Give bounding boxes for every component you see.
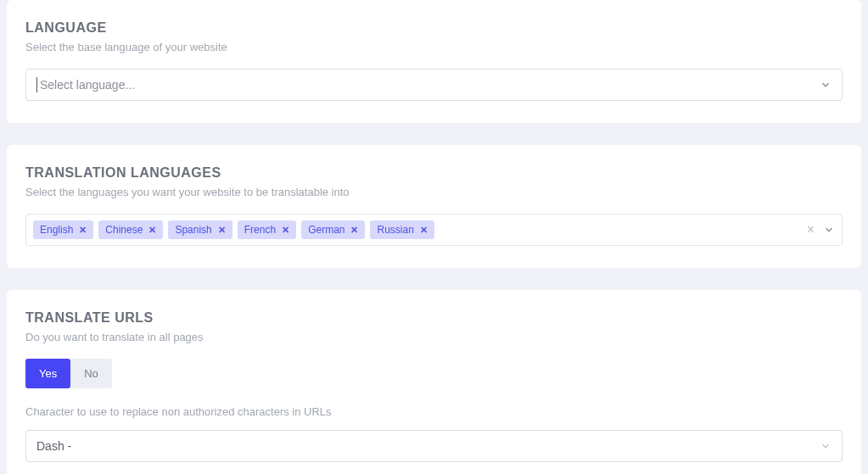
language-tag: Chinese✕: [98, 220, 163, 239]
yes-button[interactable]: Yes: [25, 359, 70, 388]
language-select-placeholder: Select language...: [36, 78, 820, 92]
char-label: Character to use to replace non authoriz…: [25, 405, 843, 418]
clear-all-icon[interactable]: ×: [807, 223, 815, 237]
tag-label: Russian: [377, 224, 413, 236]
translation-multiselect[interactable]: English✕Chinese✕Spanish✕French✕German✕Ru…: [25, 214, 843, 246]
language-tag: French✕: [238, 220, 296, 239]
remove-tag-icon[interactable]: ✕: [282, 225, 289, 236]
urls-title: TRANSLATE URLS: [25, 310, 843, 326]
translate-toggle: Yes No: [25, 359, 112, 388]
tag-label: Spanish: [175, 224, 211, 236]
tag-label: German: [308, 224, 344, 236]
urls-card: TRANSLATE URLS Do you want to translate …: [7, 290, 861, 474]
chevron-down-icon: [820, 440, 832, 452]
translation-title: TRANSLATION LANGUAGES: [25, 165, 843, 181]
remove-tag-icon[interactable]: ✕: [79, 225, 87, 236]
tag-label: English: [40, 224, 73, 236]
remove-tag-icon[interactable]: ✕: [420, 225, 428, 236]
text-caret: [36, 77, 37, 92]
multiselect-actions: ×: [807, 223, 835, 237]
tag-label: French: [244, 224, 276, 236]
language-desc: Select the base language of your website: [25, 41, 843, 53]
language-select[interactable]: Select language...: [25, 69, 843, 101]
translation-tags: English✕Chinese✕Spanish✕French✕German✕Ru…: [33, 220, 804, 239]
translation-desc: Select the languages you want your websi…: [25, 186, 843, 198]
language-tag: German✕: [301, 220, 365, 239]
tag-label: Chinese: [105, 224, 143, 236]
remove-tag-icon[interactable]: ✕: [218, 225, 226, 236]
no-button[interactable]: No: [70, 359, 112, 388]
char-select-value: Dash -: [36, 439, 820, 453]
chevron-down-icon[interactable]: [823, 224, 835, 236]
chevron-down-icon: [820, 79, 832, 91]
translation-card: TRANSLATION LANGUAGES Select the languag…: [7, 145, 861, 268]
language-title: LANGUAGE: [25, 20, 843, 36]
language-card: LANGUAGE Select the base language of you…: [7, 0, 861, 123]
language-tag: Spanish✕: [168, 220, 232, 239]
remove-tag-icon[interactable]: ✕: [350, 225, 358, 236]
remove-tag-icon[interactable]: ✕: [148, 225, 156, 236]
urls-desc: Do you want to translate in all pages: [25, 331, 843, 343]
language-tag: English✕: [33, 220, 93, 239]
char-select[interactable]: Dash -: [25, 430, 843, 462]
language-tag: Russian✕: [370, 220, 434, 239]
